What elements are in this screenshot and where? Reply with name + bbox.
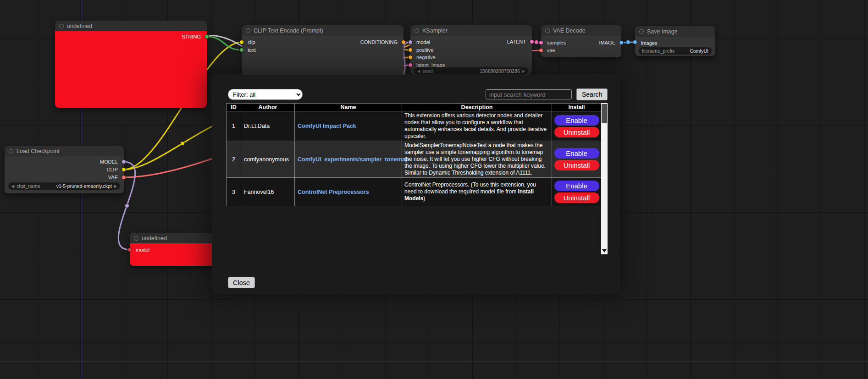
table-header-row: ID Author Name Description Install	[227, 104, 602, 111]
output-dot-model[interactable]	[122, 159, 126, 164]
widget-arrow-right-icon[interactable]: ▶	[522, 69, 525, 73]
uninstall-button[interactable]: Uninstall	[554, 127, 599, 137]
node-header[interactable]: undefined	[55, 21, 207, 31]
widget-arrow-right-icon[interactable]: ▶	[114, 184, 117, 188]
table-row: 1 Dr.Lt.Data ComfyUI Impact Pack This ex…	[227, 111, 602, 141]
collapse-icon[interactable]	[415, 28, 419, 33]
search-button[interactable]: Search	[576, 88, 608, 100]
cell-description: ControlNet Preprocessors. (To use this e…	[402, 178, 552, 206]
output-dot-image[interactable]	[619, 40, 624, 45]
cell-author: Fannovel16	[241, 178, 295, 206]
node-vae-decode[interactable]: VAE Decode samples vae IMAGE	[541, 25, 621, 57]
node-header[interactable]: VAE Decode	[541, 25, 621, 36]
output-model-label: MODEL	[100, 159, 118, 165]
input-dot-images[interactable]	[633, 40, 637, 44]
extensions-table-container: ID Author Name Description Install 1 Dr.…	[226, 103, 608, 254]
node-header[interactable]: Load Checkpoint	[5, 146, 124, 156]
widget-label: seed	[422, 68, 433, 74]
input-dot-positive[interactable]	[408, 48, 413, 52]
extensions-table: ID Author Name Description Install 1 Dr.…	[226, 103, 602, 206]
node-title: VAE Decode	[553, 27, 586, 34]
input-model-label: model	[136, 247, 149, 253]
output-latent-label: LATENT	[507, 38, 526, 45]
node-body-error	[55, 31, 207, 108]
widget-label: filename_prefix	[642, 48, 674, 54]
scrollbar-thumb[interactable]	[602, 104, 607, 123]
custom-nodes-manager-dialog: Filter: all Search ID Author Name Descri…	[212, 75, 619, 293]
link-midpoint-dot	[626, 40, 630, 44]
input-vae-label: vae	[547, 47, 555, 54]
node-title: undefined	[142, 235, 167, 242]
scrollbar[interactable]	[601, 103, 608, 254]
filename-prefix-widget[interactable]: filename_prefix ComfyUI	[639, 47, 712, 55]
table-row: 3 Fannovel16 ControlNet Preprocessors Co…	[227, 178, 602, 206]
link-midpoint-dot	[125, 204, 129, 208]
cell-install: Enable Uninstall	[552, 178, 602, 206]
filter-select[interactable]: Filter: all	[228, 89, 303, 100]
input-dot-latent-image[interactable]	[408, 63, 413, 67]
output-dot-string[interactable]	[205, 34, 209, 39]
input-dot-model[interactable]	[127, 247, 132, 252]
widget-arrow-left-icon[interactable]: ◀	[417, 69, 420, 73]
scrollbar-down-arrow-icon[interactable]	[602, 249, 607, 253]
node-header[interactable]: Save Image	[635, 26, 715, 37]
cell-id: 3	[227, 178, 241, 206]
collapse-icon[interactable]	[59, 24, 64, 28]
link-midpoint-dot	[181, 142, 185, 146]
node-title: Load Checkpoint	[17, 148, 60, 154]
input-dot-vae[interactable]	[539, 48, 543, 53]
collapse-icon[interactable]	[134, 236, 138, 241]
extension-link[interactable]: ComfyUI_experiments/sampler_tonemap	[298, 156, 409, 163]
seed-widget[interactable]: ◀ seed 156680208700286 ▶	[414, 67, 528, 75]
close-button[interactable]: Close	[228, 277, 255, 288]
node-ksampler[interactable]: KSampler model positive negative latent_…	[410, 25, 532, 75]
cell-name: ControlNet Preprocessors	[295, 178, 402, 206]
node-graph-canvas[interactable]: undefined STRING Load Checkpoint MODEL C…	[0, 0, 868, 379]
collapse-icon[interactable]	[545, 28, 550, 33]
output-clip-label: CLIP	[107, 166, 118, 173]
input-dot-clip[interactable]	[239, 40, 244, 44]
collapse-icon[interactable]	[9, 149, 13, 154]
input-model-label: model	[416, 39, 430, 45]
node-title: CLIP Text Encode (Prompt)	[254, 27, 323, 34]
extension-link[interactable]: ControlNet Preprocessors	[298, 189, 369, 195]
link-midpoint-dot	[535, 40, 539, 44]
uninstall-button[interactable]: Uninstall	[554, 160, 599, 170]
input-dot-samples[interactable]	[539, 40, 543, 45]
header-id: ID	[227, 104, 241, 111]
output-image-label: IMAGE	[599, 39, 615, 46]
widget-value: v1-5-pruned-emaonly.ckpt	[56, 183, 112, 189]
collapse-icon[interactable]	[639, 29, 644, 34]
input-dot-model[interactable]	[408, 40, 413, 44]
extension-link[interactable]: ComfyUI Impact Pack	[298, 123, 356, 129]
output-dot-clip[interactable]	[122, 167, 126, 172]
output-dot-conditioning[interactable]	[401, 40, 406, 44]
node-undefined-top[interactable]: undefined STRING	[55, 21, 207, 108]
collapse-icon[interactable]	[246, 28, 250, 33]
header-install: Install	[552, 104, 602, 111]
input-samples-label: samples	[547, 39, 566, 46]
cell-description: ModelSamplerTonemapNoiseTest a node that…	[402, 141, 552, 178]
ckpt-name-widget[interactable]: ◀ ckpt_name v1-5-pruned-emaonly.ckpt ▶	[8, 182, 120, 190]
search-input[interactable]	[486, 89, 572, 99]
input-text-label: text	[248, 47, 256, 53]
uninstall-button[interactable]: Uninstall	[554, 192, 599, 203]
node-save-image[interactable]: Save Image images filename_prefix ComfyU…	[635, 26, 715, 56]
widget-label: ckpt_name	[17, 183, 40, 189]
cell-author: Dr.Lt.Data	[241, 111, 295, 141]
input-dot-negative[interactable]	[408, 55, 413, 60]
output-dot-vae[interactable]	[122, 175, 126, 180]
node-header[interactable]: CLIP Text Encode (Prompt)	[242, 25, 404, 36]
node-header[interactable]: KSampler	[410, 25, 532, 36]
widget-arrow-left-icon[interactable]: ◀	[11, 184, 14, 188]
enable-button[interactable]: Enable	[554, 181, 599, 191]
output-conditioning-label: CONDITIONING	[360, 39, 398, 45]
cell-install: Enable Uninstall	[552, 141, 602, 178]
enable-button[interactable]: Enable	[554, 115, 599, 126]
enable-button[interactable]: Enable	[554, 148, 599, 159]
node-load-checkpoint[interactable]: Load Checkpoint MODEL CLIP VAE ◀ ckpt_na…	[5, 146, 124, 193]
node-title: undefined	[67, 23, 92, 29]
input-dot-text[interactable]	[239, 48, 244, 52]
output-dot-latent[interactable]	[530, 39, 534, 44]
cell-author: comfyanonymous	[241, 141, 295, 178]
